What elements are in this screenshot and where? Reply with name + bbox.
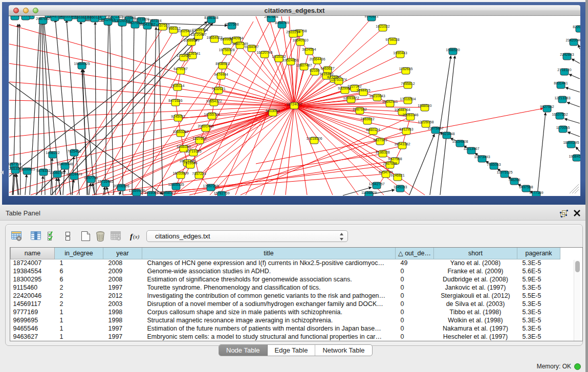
svg-text:10154808: 10154808 — [452, 140, 468, 143]
svg-text:7357224: 7357224 — [147, 19, 161, 23]
svg-text:12923448: 12923448 — [439, 132, 454, 136]
svg-text:8912953: 8912953 — [399, 127, 413, 131]
svg-text:7663822: 7663822 — [74, 16, 88, 19]
svg-text:19166825: 19166825 — [19, 167, 35, 171]
svg-text:20053346: 20053346 — [402, 113, 418, 117]
svg-text:18724007: 18724007 — [286, 102, 302, 106]
svg-text:16107552: 16107552 — [552, 113, 568, 116]
svg-text:15720407: 15720407 — [190, 33, 206, 36]
svg-text:9463627: 9463627 — [320, 67, 334, 70]
svg-text:12975125: 12975125 — [496, 170, 512, 174]
svg-text:10025433: 10025433 — [177, 29, 193, 33]
svg-text:2967608: 2967608 — [383, 162, 397, 165]
svg-text:3624554: 3624554 — [302, 48, 316, 51]
svg-text:6479197: 6479197 — [173, 67, 187, 71]
svg-text:9474444: 9474444 — [214, 73, 228, 76]
svg-text:16543382: 16543382 — [394, 142, 410, 146]
svg-text:8938923: 8938923 — [215, 62, 229, 65]
svg-text:9857791: 9857791 — [84, 176, 98, 180]
svg-text:10958117: 10958117 — [160, 191, 176, 194]
svg-text:15692911: 15692911 — [382, 100, 398, 103]
svg-text:1145193: 1145193 — [394, 185, 407, 189]
svg-text:6466160: 6466160 — [177, 145, 190, 148]
svg-text:16543382: 16543382 — [139, 23, 155, 26]
svg-text:16033809: 16033809 — [172, 171, 188, 175]
svg-text:10973493: 10973493 — [474, 155, 490, 159]
svg-text:16033809: 16033809 — [133, 17, 149, 21]
svg-text:1733426: 1733426 — [177, 54, 190, 57]
svg-text:19654925: 19654925 — [74, 62, 90, 65]
svg-text:1615132: 1615132 — [272, 55, 286, 58]
svg-text:10654122: 10654122 — [206, 99, 222, 103]
svg-text:10807487: 10807487 — [296, 63, 312, 67]
svg-text:16210643: 16210643 — [369, 94, 385, 98]
svg-text:11156829: 11156829 — [361, 191, 377, 194]
svg-text:10688609: 10688609 — [183, 38, 199, 42]
svg-text:17957265: 17957265 — [203, 184, 219, 188]
svg-text:20364436: 20364436 — [309, 57, 325, 61]
svg-text:19756928: 19756928 — [219, 48, 234, 52]
svg-text:10719155: 10719155 — [185, 149, 201, 153]
svg-text:16409948: 16409948 — [57, 162, 73, 166]
svg-text:19218506: 19218506 — [306, 137, 322, 140]
svg-text:12942757: 12942757 — [368, 182, 384, 186]
svg-text:8186328: 8186328 — [204, 16, 218, 19]
svg-text:13226058: 13226058 — [418, 120, 433, 124]
svg-text:9827503: 9827503 — [373, 138, 387, 142]
svg-text:20206526: 20206526 — [113, 184, 129, 188]
svg-text:12213967: 12213967 — [463, 147, 479, 150]
svg-text:1588520: 1588520 — [446, 48, 460, 52]
svg-text:10975857: 10975857 — [427, 126, 443, 130]
svg-text:9827552: 9827552 — [540, 105, 554, 108]
svg-text:8454749: 8454749 — [275, 21, 289, 25]
svg-text:8220312: 8220312 — [573, 25, 580, 29]
svg-text:1162635: 1162635 — [399, 67, 413, 71]
svg-text:7632621: 7632621 — [211, 87, 225, 91]
svg-text:9184067: 9184067 — [245, 45, 258, 49]
svg-text:17016504: 17016504 — [400, 97, 416, 101]
svg-text:19524851: 19524851 — [282, 58, 298, 62]
svg-text:10653267: 10653267 — [172, 130, 188, 134]
svg-text:12093872: 12093872 — [343, 96, 359, 100]
svg-text:16914479: 16914479 — [66, 172, 82, 176]
svg-text:7625402: 7625402 — [67, 149, 81, 153]
svg-text:6497568: 6497568 — [519, 185, 533, 189]
svg-text:7663822: 7663822 — [360, 117, 374, 121]
svg-text:3267110: 3267110 — [9, 162, 21, 166]
svg-text:8860124: 8860124 — [88, 16, 101, 19]
svg-text:9146821: 9146821 — [390, 173, 404, 177]
svg-text:9146821: 9146821 — [364, 16, 378, 18]
svg-text:19384554: 19384554 — [569, 155, 580, 158]
svg-text:19495784: 19495784 — [192, 28, 208, 32]
svg-text:14055724: 14055724 — [204, 113, 220, 116]
svg-text:9794028: 9794028 — [385, 38, 399, 41]
svg-text:2718120: 2718120 — [557, 68, 571, 72]
svg-text:16782759: 16782759 — [213, 191, 229, 195]
svg-text:1170055: 1170055 — [556, 126, 570, 129]
svg-text:9327508: 9327508 — [388, 157, 402, 161]
svg-text:7357224: 7357224 — [192, 172, 206, 176]
svg-text:62160: 62160 — [310, 69, 320, 72]
svg-text:2935114: 2935114 — [171, 84, 185, 87]
svg-text:2967608: 2967608 — [264, 16, 278, 18]
svg-text:18300295: 18300295 — [563, 141, 579, 144]
svg-text:1588520: 1588520 — [418, 104, 431, 107]
svg-text:10046788: 10046788 — [49, 171, 65, 174]
svg-text:15716485: 15716485 — [97, 180, 113, 183]
svg-text:1640954: 1640954 — [229, 36, 243, 40]
svg-text:16120746: 16120746 — [256, 51, 272, 54]
svg-text:746266: 746266 — [508, 178, 520, 182]
svg-text:7515546: 7515546 — [183, 161, 197, 165]
svg-text:1990443: 1990443 — [393, 51, 407, 55]
svg-text:8813054: 8813054 — [266, 109, 279, 113]
svg-text:17359938: 17359938 — [128, 189, 144, 192]
svg-text:1621022: 1621022 — [376, 25, 389, 28]
svg-text:7955812: 7955812 — [401, 82, 415, 85]
svg-text:1498222: 1498222 — [46, 151, 59, 155]
svg-text:8912953: 8912953 — [101, 18, 115, 21]
svg-text:9327508: 9327508 — [225, 23, 238, 26]
svg-text:12213383: 12213383 — [554, 96, 570, 100]
svg-text:20691406: 20691406 — [198, 124, 213, 128]
svg-text:18640910: 18640910 — [292, 38, 308, 42]
svg-text:19218506: 19218506 — [17, 16, 33, 17]
